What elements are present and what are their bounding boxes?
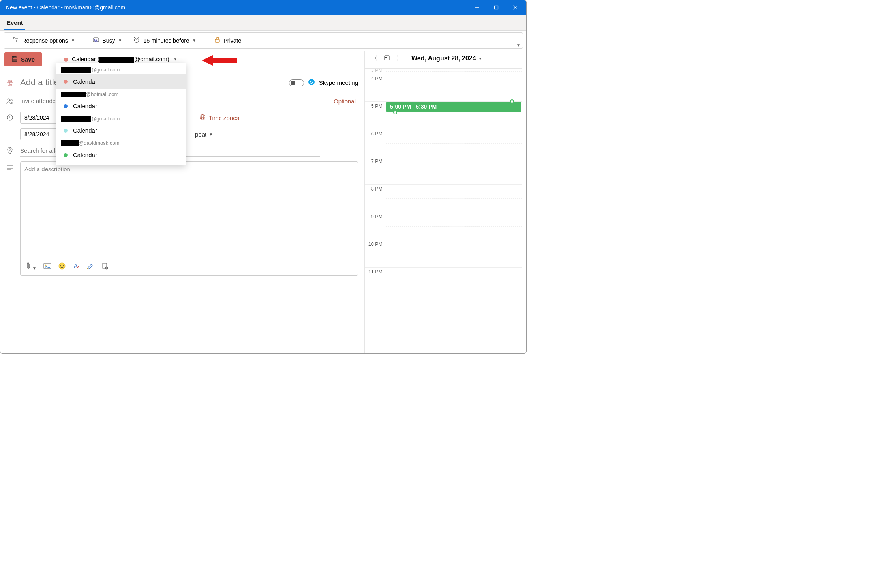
maximize-button[interactable] bbox=[492, 3, 501, 12]
svg-point-7 bbox=[16, 40, 17, 42]
svg-point-42 bbox=[59, 263, 65, 269]
redacted-text bbox=[61, 140, 79, 146]
event-resize-handle-bottom[interactable] bbox=[393, 110, 397, 114]
show-as-button[interactable]: Busy ▼ bbox=[89, 36, 126, 45]
prev-day-button[interactable]: 〈 bbox=[370, 54, 380, 63]
svg-rect-18 bbox=[13, 56, 15, 58]
globe-icon bbox=[199, 114, 206, 122]
image-icon[interactable] bbox=[43, 263, 51, 270]
event-block[interactable]: 5:00 PM - 5:30 PM bbox=[386, 102, 521, 112]
chevron-down-icon: ▼ bbox=[209, 132, 213, 137]
response-options-button[interactable]: Response options ▼ bbox=[8, 35, 79, 46]
timezones-label: Time zones bbox=[209, 114, 239, 121]
private-label: Private bbox=[223, 37, 241, 44]
today-icon[interactable] bbox=[384, 54, 390, 62]
next-day-button[interactable]: 〉 bbox=[394, 54, 404, 63]
dropdown-calendar-item[interactable]: Calendar bbox=[56, 123, 186, 138]
description-placeholder: Add a description bbox=[24, 166, 354, 172]
svg-point-35 bbox=[9, 149, 11, 150]
toolbar-overflow-icon[interactable]: ▼ bbox=[516, 43, 520, 47]
skype-icon: S bbox=[308, 79, 315, 87]
description-row: Add a description ▼ A bbox=[4, 159, 358, 278]
svg-rect-16 bbox=[215, 39, 219, 42]
dropdown-calendar-item[interactable]: Calendar bbox=[56, 99, 186, 113]
description-toolbar: ▼ A bbox=[24, 260, 354, 272]
emoji-icon[interactable] bbox=[58, 262, 66, 271]
attach-icon[interactable]: ▼ bbox=[25, 262, 36, 271]
red-arrow-annotation bbox=[202, 54, 237, 68]
busy-icon bbox=[93, 37, 99, 44]
insert-icon[interactable] bbox=[102, 262, 108, 271]
calendar-color-dot bbox=[64, 104, 68, 108]
calendar-label: Calendar (@gmail.com) bbox=[72, 56, 169, 63]
minimize-button[interactable] bbox=[473, 3, 482, 12]
svg-rect-1 bbox=[495, 6, 498, 9]
day-pane: 〈 〉 Wed, August 28, 2024 ▼ 3 PM 4 PM 5 P… bbox=[364, 51, 522, 354]
dropdown-calendar-item[interactable]: Calendar bbox=[56, 148, 186, 162]
repeat-dropdown[interactable]: peat ▼ bbox=[191, 129, 216, 140]
timezones-link[interactable]: Time zones bbox=[199, 114, 239, 122]
people-icon bbox=[4, 97, 15, 105]
date-heading[interactable]: Wed, August 28, 2024 ▼ bbox=[411, 55, 482, 62]
skype-toggle[interactable] bbox=[289, 79, 304, 86]
text-format-icon[interactable]: A bbox=[73, 262, 80, 271]
draw-icon[interactable] bbox=[87, 263, 95, 270]
event-time-label: 5:00 PM - 5:30 PM bbox=[390, 103, 437, 110]
chevron-down-icon: ▼ bbox=[118, 38, 122, 43]
event-toolbar: Response options ▼ Busy ▼ 15 minutes bef… bbox=[4, 32, 523, 49]
svg-text:S: S bbox=[310, 80, 313, 84]
svg-point-44 bbox=[63, 265, 64, 266]
reminder-button[interactable]: 15 minutes before ▼ bbox=[129, 35, 200, 46]
content-area: Save Calendar (@gmail.com) ▼ @gmail.com bbox=[0, 51, 526, 354]
svg-marker-19 bbox=[202, 55, 237, 66]
svg-rect-50 bbox=[385, 56, 389, 60]
dropdown-calendar-item[interactable]: Calendar bbox=[56, 74, 186, 89]
repeat-label: peat bbox=[195, 131, 206, 138]
dropdown-item-label: Calendar bbox=[73, 127, 97, 134]
dropdown-item-label: Calendar bbox=[73, 78, 97, 85]
redacted-text bbox=[99, 57, 134, 63]
description-box[interactable]: Add a description ▼ A bbox=[20, 161, 358, 276]
calendar-color-dot bbox=[64, 58, 68, 62]
chevron-down-icon: ▼ bbox=[173, 57, 177, 62]
svg-line-31 bbox=[10, 118, 11, 118]
svg-line-13 bbox=[137, 40, 137, 41]
svg-point-43 bbox=[60, 265, 61, 266]
skype-meeting-area: S Skype meeting bbox=[289, 79, 358, 87]
response-options-label: Response options bbox=[22, 37, 68, 44]
redacted-text bbox=[61, 116, 91, 122]
svg-rect-51 bbox=[385, 57, 387, 58]
tab-event[interactable]: Event bbox=[4, 17, 25, 30]
save-button[interactable]: Save bbox=[4, 52, 42, 66]
close-button[interactable] bbox=[510, 3, 520, 12]
sliders-icon bbox=[12, 37, 19, 44]
dropdown-account-header: @gmail.com bbox=[56, 113, 186, 123]
day-header: 〈 〉 Wed, August 28, 2024 ▼ bbox=[365, 51, 522, 66]
ribbon-tabs: Event bbox=[0, 15, 526, 31]
date-label: Wed, August 28, 2024 bbox=[411, 55, 476, 62]
calendar-color-dot bbox=[64, 129, 68, 133]
location-icon bbox=[4, 147, 15, 155]
svg-point-24 bbox=[8, 99, 10, 101]
svg-point-41 bbox=[45, 264, 46, 266]
calendar-color-dot bbox=[64, 153, 68, 157]
dropdown-account-header: @gmail.com bbox=[56, 64, 186, 74]
optional-link[interactable]: Optional bbox=[334, 98, 358, 105]
skype-label: Skype meeting bbox=[319, 79, 358, 86]
title-bar: New event - Calendar - moskman00@gmail.c… bbox=[0, 0, 526, 15]
event-resize-handle-top[interactable] bbox=[510, 99, 514, 103]
calendar-dropdown: @gmail.com Calendar @hotmail.com Calenda… bbox=[56, 63, 186, 165]
private-button[interactable]: Private bbox=[210, 35, 245, 46]
save-row: Save Calendar (@gmail.com) ▼ @gmail.com bbox=[4, 51, 358, 68]
time-grid[interactable]: 3 PM 4 PM 5 PM 6 PM 7 PM 8 PM 9 PM 10 PM… bbox=[365, 68, 522, 281]
calendar-color-dot bbox=[64, 80, 68, 84]
reminder-label: 15 minutes before bbox=[143, 37, 189, 44]
save-icon bbox=[11, 56, 18, 63]
window-title: New event - Calendar - moskman00@gmail.c… bbox=[4, 4, 125, 11]
alarm-icon bbox=[133, 37, 140, 44]
dropdown-account-header: @davidmosk.com bbox=[56, 138, 186, 148]
calendar-selector[interactable]: Calendar (@gmail.com) ▼ bbox=[64, 56, 177, 63]
dropdown-account-header: @hotmail.com bbox=[56, 89, 186, 99]
save-label: Save bbox=[21, 56, 35, 63]
svg-point-5 bbox=[13, 37, 15, 39]
